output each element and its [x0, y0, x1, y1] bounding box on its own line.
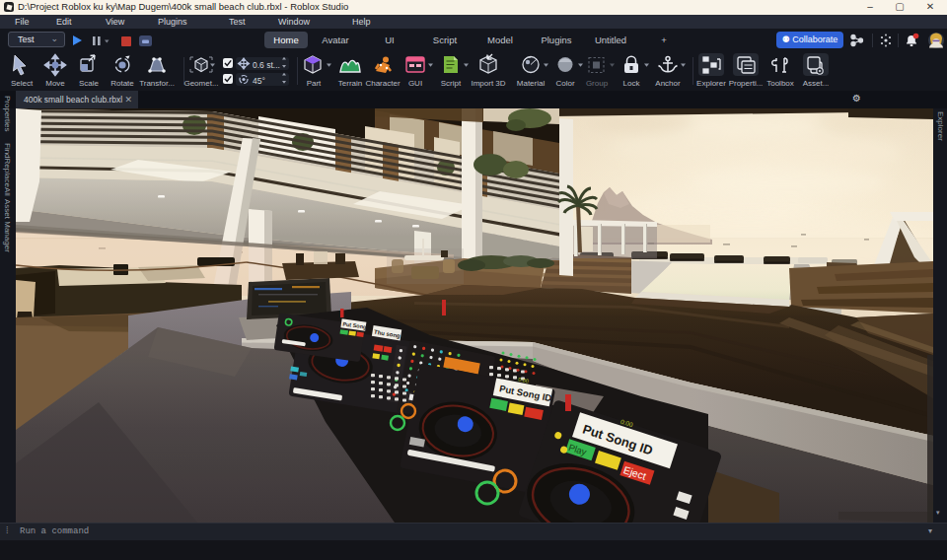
svg-text:45°: 45°	[253, 76, 265, 86]
svg-text:0.6 st...: 0.6 st...	[253, 60, 280, 70]
